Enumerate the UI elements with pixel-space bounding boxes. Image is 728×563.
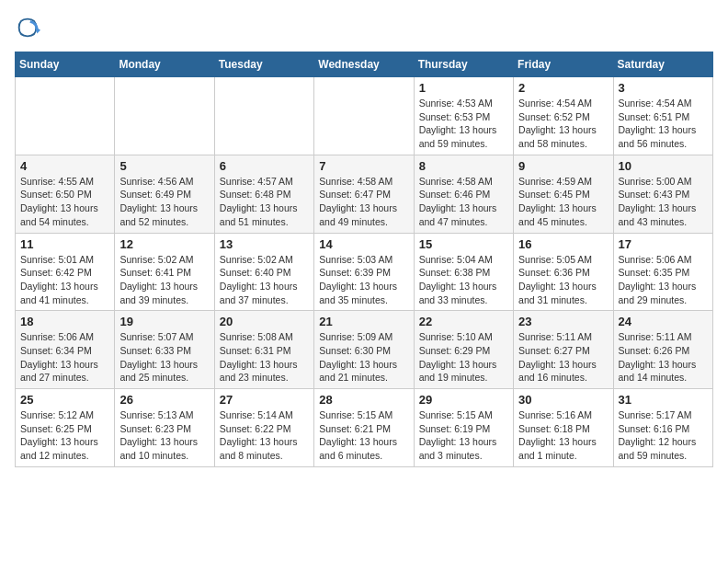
calendar-cell: 14Sunrise: 5:03 AM Sunset: 6:39 PM Dayli…	[314, 233, 414, 311]
day-number: 3	[619, 81, 708, 95]
calendar-cell: 4Sunrise: 4:55 AM Sunset: 6:50 PM Daylig…	[16, 155, 115, 233]
calendar-cell: 23Sunrise: 5:11 AM Sunset: 6:27 PM Dayli…	[514, 311, 613, 389]
day-number: 1	[419, 81, 508, 95]
day-number: 24	[619, 315, 708, 328]
day-number: 13	[220, 237, 309, 251]
calendar-cell: 7Sunrise: 4:58 AM Sunset: 6:47 PM Daylig…	[314, 155, 414, 233]
calendar-cell: 2Sunrise: 4:54 AM Sunset: 6:52 PM Daylig…	[514, 77, 613, 155]
day-number: 9	[518, 159, 608, 173]
calendar-cell	[115, 77, 214, 155]
calendar-cell: 17Sunrise: 5:06 AM Sunset: 6:35 PM Dayli…	[613, 233, 712, 311]
day-info: Sunrise: 5:11 AM Sunset: 6:27 PM Dayligh…	[518, 330, 608, 385]
day-number: 18	[20, 315, 109, 328]
day-info: Sunrise: 5:13 AM Sunset: 6:23 PM Dayligh…	[119, 408, 209, 463]
day-info: Sunrise: 5:07 AM Sunset: 6:33 PM Dayligh…	[119, 330, 209, 385]
calendar-cell: 6Sunrise: 4:57 AM Sunset: 6:48 PM Daylig…	[214, 155, 313, 233]
calendar-cell: 28Sunrise: 5:15 AM Sunset: 6:21 PM Dayli…	[314, 389, 414, 467]
day-number: 17	[619, 237, 708, 251]
day-info: Sunrise: 4:54 AM Sunset: 6:51 PM Dayligh…	[619, 97, 708, 151]
day-number: 8	[419, 159, 508, 173]
day-number: 10	[619, 159, 708, 173]
calendar-cell: 24Sunrise: 5:11 AM Sunset: 6:26 PM Dayli…	[613, 311, 712, 389]
calendar-cell: 15Sunrise: 5:04 AM Sunset: 6:38 PM Dayli…	[414, 233, 513, 311]
calendar-cell: 8Sunrise: 4:58 AM Sunset: 6:46 PM Daylig…	[414, 155, 513, 233]
day-info: Sunrise: 5:08 AM Sunset: 6:31 PM Dayligh…	[220, 330, 309, 385]
day-info: Sunrise: 4:59 AM Sunset: 6:45 PM Dayligh…	[518, 175, 608, 229]
calendar-cell: 22Sunrise: 5:10 AM Sunset: 6:29 PM Dayli…	[414, 311, 513, 389]
day-info: Sunrise: 5:17 AM Sunset: 6:16 PM Dayligh…	[619, 408, 708, 463]
day-number: 5	[119, 159, 209, 173]
calendar-cell: 21Sunrise: 5:09 AM Sunset: 6:30 PM Dayli…	[314, 311, 414, 389]
calendar-cell: 5Sunrise: 4:56 AM Sunset: 6:49 PM Daylig…	[115, 155, 214, 233]
day-number: 22	[419, 315, 508, 328]
day-info: Sunrise: 5:11 AM Sunset: 6:26 PM Dayligh…	[619, 330, 708, 385]
calendar-cell: 26Sunrise: 5:13 AM Sunset: 6:23 PM Dayli…	[115, 389, 214, 467]
calendar-cell: 11Sunrise: 5:01 AM Sunset: 6:42 PM Dayli…	[16, 233, 115, 311]
day-number: 30	[518, 393, 608, 407]
day-info: Sunrise: 5:01 AM Sunset: 6:42 PM Dayligh…	[20, 253, 109, 307]
day-number: 31	[619, 393, 708, 407]
calendar-cell: 31Sunrise: 5:17 AM Sunset: 6:16 PM Dayli…	[613, 389, 712, 467]
day-info: Sunrise: 5:05 AM Sunset: 6:36 PM Dayligh…	[518, 253, 608, 307]
calendar-table: SundayMondayTuesdayWednesdayThursdayFrid…	[15, 52, 713, 467]
day-number: 16	[518, 237, 608, 251]
day-info: Sunrise: 5:15 AM Sunset: 6:19 PM Dayligh…	[419, 408, 508, 463]
day-info: Sunrise: 5:15 AM Sunset: 6:21 PM Dayligh…	[319, 408, 408, 463]
calendar-cell	[314, 77, 414, 155]
day-number: 11	[20, 237, 109, 251]
logo	[15, 15, 42, 40]
day-info: Sunrise: 4:56 AM Sunset: 6:49 PM Dayligh…	[119, 175, 209, 229]
calendar-cell: 25Sunrise: 5:12 AM Sunset: 6:25 PM Dayli…	[16, 389, 115, 467]
calendar-cell	[16, 77, 115, 155]
day-info: Sunrise: 4:57 AM Sunset: 6:48 PM Dayligh…	[220, 175, 309, 229]
weekday-header: Saturday	[613, 52, 712, 77]
page-header	[15, 15, 713, 44]
day-info: Sunrise: 4:55 AM Sunset: 6:50 PM Dayligh…	[20, 175, 109, 229]
day-info: Sunrise: 5:00 AM Sunset: 6:43 PM Dayligh…	[619, 175, 708, 229]
day-info: Sunrise: 5:06 AM Sunset: 6:35 PM Dayligh…	[619, 253, 708, 307]
weekday-header: Tuesday	[214, 52, 313, 77]
calendar-cell: 3Sunrise: 4:54 AM Sunset: 6:51 PM Daylig…	[613, 77, 712, 155]
weekday-header: Wednesday	[314, 52, 414, 77]
calendar-cell: 1Sunrise: 4:53 AM Sunset: 6:53 PM Daylig…	[414, 77, 513, 155]
weekday-header: Thursday	[414, 52, 513, 77]
calendar-cell: 16Sunrise: 5:05 AM Sunset: 6:36 PM Dayli…	[514, 233, 613, 311]
day-info: Sunrise: 5:04 AM Sunset: 6:38 PM Dayligh…	[419, 253, 508, 307]
calendar-cell: 29Sunrise: 5:15 AM Sunset: 6:19 PM Dayli…	[414, 389, 513, 467]
logo-icon	[15, 15, 40, 40]
calendar-cell: 20Sunrise: 5:08 AM Sunset: 6:31 PM Dayli…	[214, 311, 313, 389]
calendar-cell: 10Sunrise: 5:00 AM Sunset: 6:43 PM Dayli…	[613, 155, 712, 233]
day-number: 4	[20, 159, 109, 173]
day-info: Sunrise: 5:12 AM Sunset: 6:25 PM Dayligh…	[20, 408, 109, 463]
calendar-cell: 9Sunrise: 4:59 AM Sunset: 6:45 PM Daylig…	[514, 155, 613, 233]
day-info: Sunrise: 5:02 AM Sunset: 6:41 PM Dayligh…	[119, 253, 209, 307]
day-info: Sunrise: 4:58 AM Sunset: 6:46 PM Dayligh…	[419, 175, 508, 229]
calendar-cell: 18Sunrise: 5:06 AM Sunset: 6:34 PM Dayli…	[16, 311, 115, 389]
day-number: 23	[518, 315, 608, 328]
day-number: 6	[220, 159, 309, 173]
day-info: Sunrise: 4:53 AM Sunset: 6:53 PM Dayligh…	[419, 97, 508, 151]
day-number: 29	[419, 393, 508, 407]
calendar-cell: 27Sunrise: 5:14 AM Sunset: 6:22 PM Dayli…	[214, 389, 313, 467]
day-number: 19	[119, 315, 209, 328]
calendar-cell: 19Sunrise: 5:07 AM Sunset: 6:33 PM Dayli…	[115, 311, 214, 389]
day-info: Sunrise: 5:02 AM Sunset: 6:40 PM Dayligh…	[220, 253, 309, 307]
day-number: 28	[319, 393, 408, 407]
day-number: 2	[518, 81, 608, 95]
day-number: 20	[220, 315, 309, 328]
calendar-cell: 12Sunrise: 5:02 AM Sunset: 6:41 PM Dayli…	[115, 233, 214, 311]
day-number: 7	[319, 159, 408, 173]
day-info: Sunrise: 5:03 AM Sunset: 6:39 PM Dayligh…	[319, 253, 408, 307]
calendar-cell: 13Sunrise: 5:02 AM Sunset: 6:40 PM Dayli…	[214, 233, 313, 311]
day-number: 25	[20, 393, 109, 407]
weekday-header: Friday	[514, 52, 613, 77]
weekday-header: Sunday	[16, 52, 115, 77]
day-info: Sunrise: 5:09 AM Sunset: 6:30 PM Dayligh…	[319, 330, 408, 385]
day-number: 21	[319, 315, 408, 328]
day-info: Sunrise: 5:06 AM Sunset: 6:34 PM Dayligh…	[20, 330, 109, 385]
day-info: Sunrise: 4:58 AM Sunset: 6:47 PM Dayligh…	[319, 175, 408, 229]
day-info: Sunrise: 5:10 AM Sunset: 6:29 PM Dayligh…	[419, 330, 508, 385]
day-number: 15	[419, 237, 508, 251]
day-number: 14	[319, 237, 408, 251]
day-info: Sunrise: 4:54 AM Sunset: 6:52 PM Dayligh…	[518, 97, 608, 151]
